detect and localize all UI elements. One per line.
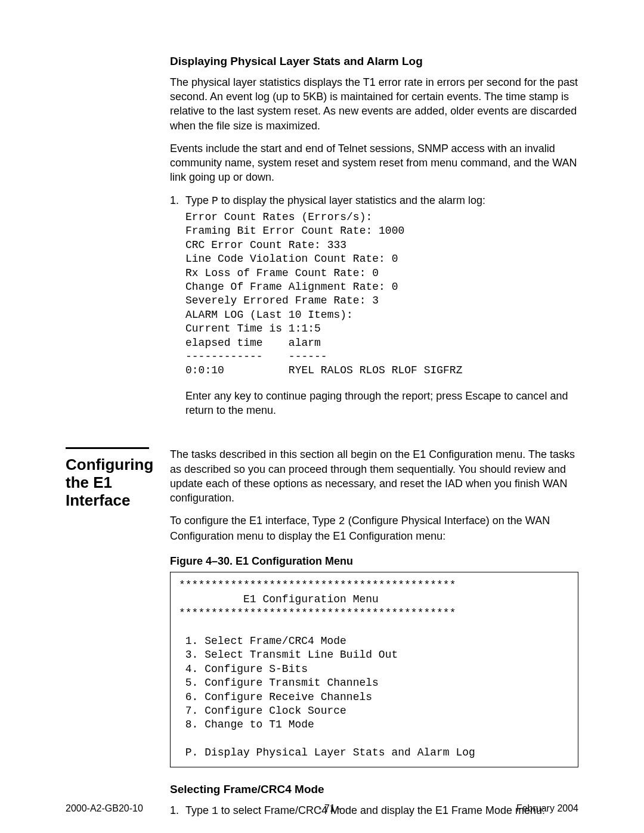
paragraph: Enter any key to continue paging through… [185,389,578,418]
section-rule [66,447,149,449]
key-literal: P [212,195,218,207]
step-text: Type P to display the physical layer sta… [185,193,578,208]
text-fragment: Type [185,194,212,206]
section-heading-physical-layer: Displaying Physical Layer Stats and Alar… [170,54,578,69]
paragraph: Events include the start and end of Teln… [170,141,578,185]
footer-doc-id: 2000-A2-GB20-10 [66,802,143,815]
key-literal: 2 [339,515,345,527]
page-footer: 2000-A2-GB20-10 - 71 - February 2004 [66,802,578,815]
section-heading-frame-crc4: Selecting Frame/CRC4 Mode [170,782,578,797]
paragraph: The tasks described in this section all … [170,447,578,505]
footer-page-number: - 71 - [318,802,340,815]
section-heading-configuring-e1: Configur­ing the E1 Interface [66,456,158,510]
paragraph: To configure the E1 interface, Type 2 (C… [170,513,578,543]
paragraph: The physical layer statistics displays t… [170,75,578,133]
terminal-output: Error Count Rates (Errors/s): Framing Bi… [185,210,578,378]
step-item: 1. Type P to display the physical layer … [170,193,578,208]
footer-date: February 2004 [516,802,578,815]
text-fragment: to display the physical layer statistics… [218,194,485,206]
text-fragment: To configure the E1 interface, Type [170,515,339,527]
e1-configuration-menu-box: ****************************************… [170,572,578,767]
step-number: 1. [170,193,185,208]
figure-caption: Figure 4–30. E1 Configuration Menu [170,554,578,568]
